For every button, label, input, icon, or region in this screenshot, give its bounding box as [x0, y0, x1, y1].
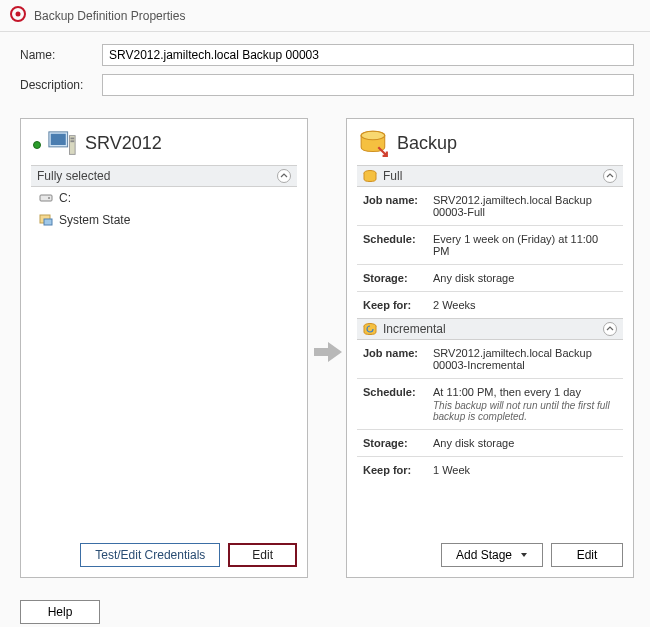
- list-item-label: System State: [59, 213, 130, 227]
- collapse-icon[interactable]: [603, 322, 617, 336]
- selection-list: C: System State: [31, 187, 297, 533]
- storage-value: Any disk storage: [433, 437, 617, 449]
- incremental-details: Job name: SRV2012.jamiltech.local Backup…: [357, 340, 623, 483]
- titlebar: Backup Definition Properties: [0, 0, 650, 32]
- list-item[interactable]: System State: [31, 209, 297, 231]
- backup-panel-title: Backup: [397, 133, 457, 154]
- schedule-value: At 11:00 PM, then every 1 day: [433, 386, 617, 398]
- edit-source-button[interactable]: Edit: [228, 543, 297, 567]
- jobname-label: Job name:: [363, 347, 425, 371]
- name-input[interactable]: [102, 44, 634, 66]
- storage-value: Any disk storage: [433, 272, 617, 284]
- svg-rect-3: [51, 134, 66, 145]
- jobname-value: SRV2012.jamiltech.local Backup 00003-Inc…: [433, 347, 617, 371]
- edit-backup-button[interactable]: Edit: [551, 543, 623, 567]
- jobname-label: Job name:: [363, 194, 425, 218]
- arrow-icon: [314, 340, 342, 367]
- app-icon: [10, 6, 26, 25]
- jobname-value: SRV2012.jamiltech.local Backup 00003-Ful…: [433, 194, 617, 218]
- incremental-section-bar[interactable]: Incremental: [357, 318, 623, 340]
- collapse-icon[interactable]: [603, 169, 617, 183]
- list-item-label: C:: [59, 191, 71, 205]
- chevron-down-icon: [520, 551, 528, 559]
- list-item[interactable]: C:: [31, 187, 297, 209]
- system-state-icon: [39, 213, 53, 227]
- source-panel: SRV2012 Fully selected C: System State T…: [20, 118, 308, 578]
- add-stage-button[interactable]: Add Stage: [441, 543, 543, 567]
- test-edit-credentials-button[interactable]: Test/Edit Credentials: [80, 543, 220, 567]
- schedule-label: Schedule:: [363, 233, 425, 257]
- backup-icon: [359, 129, 389, 157]
- full-details: Job name: SRV2012.jamiltech.local Backup…: [357, 187, 623, 318]
- full-backup-icon: [363, 169, 377, 183]
- section-label: Full: [383, 169, 402, 183]
- keepfor-label: Keep for:: [363, 299, 425, 311]
- keepfor-value: 2 Weeks: [433, 299, 617, 311]
- server-icon: [47, 129, 77, 157]
- schedule-note: This backup will not run until the first…: [433, 400, 617, 422]
- svg-point-12: [361, 131, 385, 140]
- schedule-value: Every 1 week on (Friday) at 11:00 PM: [433, 233, 617, 257]
- storage-label: Storage:: [363, 437, 425, 449]
- source-panel-title: SRV2012: [85, 133, 162, 154]
- svg-rect-6: [70, 140, 74, 142]
- incremental-backup-icon: [363, 322, 377, 336]
- name-label: Name:: [20, 48, 102, 62]
- keepfor-label: Keep for:: [363, 464, 425, 476]
- window-title: Backup Definition Properties: [34, 9, 185, 23]
- backup-panel: Backup Full Job name: SRV2012.jamiltech.…: [346, 118, 634, 578]
- status-indicator-icon: [33, 141, 41, 149]
- fully-selected-section[interactable]: Fully selected: [31, 165, 297, 187]
- form-area: Name: Description:: [0, 32, 650, 112]
- section-label: Fully selected: [37, 169, 110, 183]
- description-label: Description:: [20, 78, 102, 92]
- help-button[interactable]: Help: [20, 600, 100, 624]
- collapse-icon[interactable]: [277, 169, 291, 183]
- svg-point-8: [48, 197, 50, 199]
- svg-rect-5: [70, 137, 74, 139]
- section-label: Incremental: [383, 322, 446, 336]
- add-stage-label: Add Stage: [456, 548, 512, 562]
- schedule-label: Schedule:: [363, 386, 425, 422]
- svg-point-1: [16, 12, 21, 17]
- full-section-bar[interactable]: Full: [357, 165, 623, 187]
- storage-label: Storage:: [363, 272, 425, 284]
- description-input[interactable]: [102, 74, 634, 96]
- svg-rect-7: [40, 195, 52, 201]
- svg-rect-10: [44, 219, 52, 225]
- keepfor-value: 1 Week: [433, 464, 617, 476]
- drive-icon: [39, 191, 53, 205]
